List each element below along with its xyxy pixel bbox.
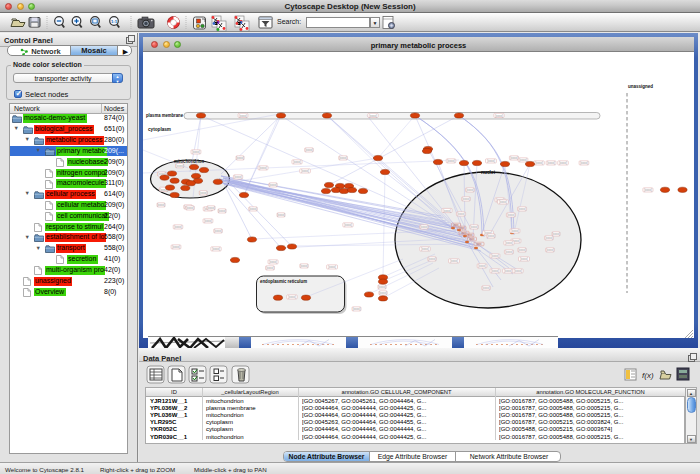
svg-text:[xxxx]: [xxxx] bbox=[236, 156, 244, 160]
svg-text:[xxxx]: [xxxx] bbox=[450, 259, 458, 263]
svg-text:[xxxx]: [xxxx] bbox=[545, 236, 553, 240]
svg-text:[xxxx]: [xxxx] bbox=[499, 200, 507, 204]
svg-text:[xxxx]: [xxxx] bbox=[482, 286, 490, 290]
svg-text:[xxxx]: [xxxx] bbox=[174, 225, 182, 229]
svg-text:[xxxx]: [xxxx] bbox=[305, 148, 313, 152]
svg-text:[xxxx]: [xxxx] bbox=[478, 264, 486, 268]
svg-text:[xxxx]: [xxxx] bbox=[212, 247, 220, 251]
svg-text:[xxxx]: [xxxx] bbox=[552, 232, 560, 236]
svg-text:[xxxx]: [xxxx] bbox=[176, 164, 184, 168]
svg-text:[xxxx]: [xxxx] bbox=[507, 213, 515, 217]
svg-text:[xxxx]: [xxxx] bbox=[172, 245, 180, 249]
svg-text:[xxxx]: [xxxx] bbox=[470, 225, 478, 229]
svg-text:unassigned: unassigned bbox=[628, 84, 653, 89]
svg-text:[xxxx]: [xxxx] bbox=[491, 254, 499, 258]
svg-text:f(x): f(x) bbox=[642, 371, 654, 380]
svg-text:plasma membrane: plasma membrane bbox=[146, 113, 183, 118]
svg-text:[xxxx]: [xxxx] bbox=[487, 159, 495, 163]
svg-text:[xxxx]: [xxxx] bbox=[277, 213, 285, 217]
svg-text:[xxxx]: [xxxx] bbox=[457, 212, 465, 216]
svg-text:[xxxx]: [xxxx] bbox=[559, 161, 567, 165]
svg-text:mitochondrion: mitochondrion bbox=[174, 159, 204, 164]
svg-text:[xxxx]: [xxxx] bbox=[505, 241, 513, 245]
svg-text:[xxxx]: [xxxx] bbox=[266, 266, 274, 270]
svg-text:[xxxx]: [xxxx] bbox=[234, 175, 242, 179]
svg-text:xxxx: xxxx bbox=[469, 238, 475, 241]
svg-text:[xxxx]: [xxxx] bbox=[269, 260, 277, 264]
svg-text:[xxxx]: [xxxx] bbox=[443, 209, 451, 213]
svg-text:[xxxx]: [xxxx] bbox=[239, 114, 247, 118]
svg-text:[xxxx]: [xxxx] bbox=[421, 247, 429, 251]
svg-text:[xxxx]: [xxxx] bbox=[504, 269, 512, 273]
svg-text:[xxxx]: [xxxx] bbox=[378, 285, 386, 289]
svg-text:[xxxx]: [xxxx] bbox=[644, 188, 652, 192]
svg-text:xxxx: xxxx bbox=[476, 243, 482, 246]
svg-text:endoplasmic reticulum: endoplasmic reticulum bbox=[260, 279, 307, 284]
svg-text:[xxxx]: [xxxx] bbox=[186, 206, 194, 210]
svg-text:[xxxx]: [xxxx] bbox=[535, 161, 543, 165]
svg-text:[xxxx]: [xxxx] bbox=[462, 197, 470, 201]
svg-text:[xxxx]: [xxxx] bbox=[269, 183, 277, 187]
svg-text:[xxxx]: [xxxx] bbox=[420, 225, 428, 229]
svg-text:[xxxx]: [xxxx] bbox=[518, 248, 526, 252]
svg-text:xxxx: xxxx bbox=[467, 234, 473, 237]
svg-text:[xxxx]: [xxxx] bbox=[214, 229, 222, 233]
svg-text:[xxxx]: [xxxx] bbox=[353, 307, 361, 311]
svg-text:[xxxx]: [xxxx] bbox=[300, 264, 308, 268]
svg-text:[xxxx]: [xxxx] bbox=[518, 207, 526, 211]
svg-text:[xxxx]: [xxxx] bbox=[199, 191, 207, 195]
svg-text:[xxxx]: [xxxx] bbox=[466, 188, 474, 192]
svg-text:[xxxx]: [xxxx] bbox=[580, 161, 588, 165]
svg-text:[xxxx]: [xxxx] bbox=[495, 114, 503, 118]
svg-text:cytoplasm: cytoplasm bbox=[148, 127, 171, 132]
svg-text:[xxxx]: [xxxx] bbox=[520, 257, 528, 261]
svg-text:[xxxx]: [xxxx] bbox=[157, 203, 165, 207]
svg-text:[xxxx]: [xxxx] bbox=[511, 229, 519, 233]
svg-text:[xxxx]: [xxxx] bbox=[428, 257, 436, 261]
svg-text:[xxxx]: [xxxx] bbox=[505, 250, 513, 254]
svg-text:[xxxx]: [xxxx] bbox=[447, 159, 455, 163]
svg-text:[xxxx]: [xxxx] bbox=[491, 269, 499, 273]
svg-text:[xxxx]: [xxxx] bbox=[344, 223, 352, 227]
svg-text:[xxxx]: [xxxx] bbox=[218, 209, 226, 213]
svg-text:1:1: 1:1 bbox=[111, 19, 118, 24]
svg-text:xxxx: xxxx bbox=[459, 227, 465, 230]
svg-text:[xxxx]: [xxxx] bbox=[369, 114, 377, 118]
svg-text:[xxxx]: [xxxx] bbox=[379, 291, 387, 295]
svg-text:[xxxx]: [xxxx] bbox=[249, 207, 257, 211]
svg-text:[xxxx]: [xxxx] bbox=[547, 161, 555, 165]
svg-text:[xxxx]: [xxxx] bbox=[288, 295, 296, 299]
svg-text:[xxxx]: [xxxx] bbox=[519, 158, 527, 162]
svg-text:[xxxx]: [xxxx] bbox=[487, 234, 495, 238]
svg-text:nuclei: nuclei bbox=[481, 170, 495, 175]
svg-text:[xxxx]: [xxxx] bbox=[207, 206, 215, 210]
svg-text:[xxxx]: [xxxx] bbox=[510, 156, 518, 160]
svg-text:[xxxx]: [xxxx] bbox=[192, 150, 200, 154]
svg-text:[xxxx]: [xxxx] bbox=[514, 269, 522, 273]
svg-text:[xxxx]: [xxxx] bbox=[301, 169, 309, 173]
svg-text:[xxxx]: [xxxx] bbox=[339, 156, 347, 160]
svg-text:[xxxx]: [xxxx] bbox=[259, 166, 267, 170]
svg-text:[xxxx]: [xxxx] bbox=[293, 160, 301, 164]
svg-text:[xxxx]: [xxxx] bbox=[546, 248, 554, 252]
svg-text:[xxxx]: [xxxx] bbox=[204, 219, 212, 223]
svg-text:[xxxx]: [xxxx] bbox=[328, 265, 336, 269]
